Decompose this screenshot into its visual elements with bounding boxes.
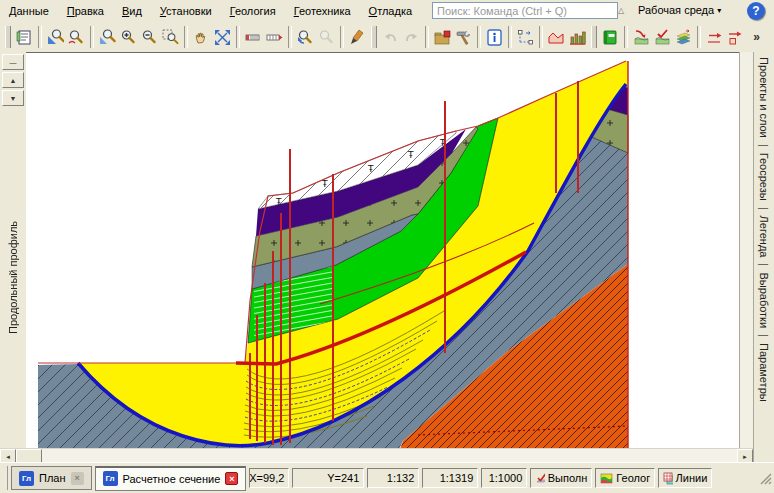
svg-text:Ŧ: Ŧ	[407, 150, 414, 160]
toolbar-grip-3[interactable]	[591, 26, 597, 48]
zoom-pan-button[interactable]	[66, 25, 87, 49]
zoom-object-button[interactable]	[45, 25, 66, 49]
left-panel-collapse-button[interactable]: —	[2, 54, 24, 70]
scale-ruler-left-button[interactable]	[243, 25, 264, 49]
status-x-coordinate: X=99,2	[249, 468, 289, 488]
left-panel-strip: — ▲ ▼ Продольный профиль	[0, 52, 27, 448]
zoom-next-button[interactable]	[316, 25, 337, 49]
drawing-canvas[interactable]: ŦŦŦ ŦŦ	[26, 52, 739, 449]
tab-calculated-section-label: Расчетное сечение	[123, 473, 221, 485]
status-scale-drawing: 1:1000	[481, 468, 527, 488]
status-scale-vertical: 1:1319	[422, 468, 478, 488]
menu-settings[interactable]: Установки	[151, 2, 221, 20]
verify-relief-button[interactable]	[652, 25, 673, 49]
legend-book-button[interactable]	[600, 25, 621, 49]
zoom-previous-button[interactable]	[295, 25, 316, 49]
tools-button[interactable]	[453, 25, 474, 49]
toggle-geology-label: Геолог	[616, 472, 650, 484]
tab-plan[interactable]: Гл План ×	[11, 466, 92, 490]
brush-button[interactable]	[347, 25, 368, 49]
layers-export-button[interactable]	[673, 25, 694, 49]
project-folder-button[interactable]	[432, 25, 453, 49]
redo-button[interactable]	[401, 25, 422, 49]
toggle-lines-label: Линии	[676, 472, 708, 484]
right-tab-geosections[interactable]: Геосрезы	[758, 153, 770, 201]
toolbar-overflow-button[interactable]: »	[746, 25, 767, 49]
report-button[interactable]	[14, 25, 35, 49]
histogram-button[interactable]	[567, 25, 588, 49]
svg-text:Ŧ: Ŧ	[367, 164, 374, 174]
scale-ruler-right-button[interactable]	[264, 25, 285, 49]
tab-calculated-section[interactable]: Гл Расчетное сечение ×	[95, 466, 247, 491]
right-tab-parameters[interactable]: Параметры	[758, 343, 770, 402]
menu-geotechnics[interactable]: Геотехника	[285, 2, 360, 20]
menu-edit[interactable]: Правка	[58, 2, 113, 20]
check-pencil-icon	[535, 472, 544, 485]
undo-button[interactable]	[380, 25, 401, 49]
toggle-geology-mode[interactable]: Геолог	[595, 468, 655, 488]
right-tab-legend[interactable]: Легенда	[758, 216, 770, 258]
scroll-down-button[interactable]: ▼	[2, 90, 24, 106]
scroll-up-button[interactable]: ▲	[2, 72, 24, 88]
left-panel-title[interactable]: Продольный профиль	[7, 106, 19, 448]
zoom-out-button[interactable]	[139, 25, 160, 49]
close-icon[interactable]: ×	[71, 472, 84, 485]
main-toolbar: »	[0, 22, 774, 53]
zoom-window-button[interactable]	[160, 25, 181, 49]
measure-button[interactable]	[515, 25, 536, 49]
tab-separator: |	[758, 263, 770, 266]
geology-icon	[600, 472, 613, 485]
right-tab-boreholes[interactable]: Выработки	[758, 272, 770, 328]
command-search-input[interactable]	[432, 2, 618, 19]
status-y-coordinate: Y=241	[292, 468, 364, 488]
horizontal-scrollbar[interactable]: ◄ ►	[0, 448, 753, 463]
profile-chart-button[interactable]	[546, 25, 567, 49]
menu-debug[interactable]: Отладка	[360, 2, 422, 20]
toolbar-grip[interactable]	[5, 26, 11, 48]
info-button[interactable]	[484, 25, 505, 49]
right-panel-strip: Проекты и слои | Геосрезы | Легенда | Вы…	[753, 52, 774, 462]
search-dropdown-icon[interactable]: △	[618, 6, 624, 15]
menu-data[interactable]: Данные	[0, 2, 58, 20]
overflow-chevron-icon: »	[753, 30, 760, 44]
workspace-selector[interactable]: Рабочая среда ▾	[638, 4, 721, 16]
zoom-area-button[interactable]	[97, 25, 118, 49]
svg-text:Ŧ: Ŧ	[275, 197, 282, 207]
tab-separator: |	[758, 334, 770, 337]
menu-view[interactable]: Вид	[113, 2, 151, 20]
toggle-lines-mode[interactable]: Линии	[658, 468, 712, 488]
toggle-filling-mode[interactable]: Выполн	[530, 468, 592, 488]
document-type-icon: Гл	[103, 471, 118, 486]
bottom-bar: Гл План × Гл Расчетное сечение × X=99,2 …	[0, 462, 774, 493]
status-scale-horizontal: 1:132	[367, 468, 419, 488]
zoom-in-button[interactable]	[118, 25, 139, 49]
tab-bar-stub	[2, 466, 8, 490]
tab-separator: |	[758, 207, 770, 210]
right-tab-projects-layers[interactable]: Проекты и слои	[758, 57, 770, 138]
section-box-button[interactable]	[725, 25, 746, 49]
menu-geology[interactable]: Геология	[221, 2, 285, 20]
lines-icon	[663, 472, 672, 485]
apply-relief-button[interactable]	[631, 25, 652, 49]
resize-grip[interactable]	[759, 472, 772, 485]
workspace-label: Рабочая среда	[638, 4, 714, 16]
close-icon[interactable]: ×	[225, 472, 238, 485]
toolbar-grip-2[interactable]	[371, 26, 377, 48]
document-type-icon: Гл	[19, 471, 34, 486]
chevron-down-icon: ▾	[717, 6, 721, 15]
section-arrow-button[interactable]	[704, 25, 725, 49]
pan-hand-button[interactable]	[191, 25, 212, 49]
zoom-extents-button[interactable]	[212, 25, 233, 49]
tab-separator: |	[758, 144, 770, 147]
vertical-scrollbar-track[interactable]	[739, 52, 754, 448]
tab-plan-label: План	[39, 472, 66, 484]
help-icon[interactable]: ?	[747, 2, 765, 20]
toggle-filling-label: Выполн	[548, 472, 588, 484]
